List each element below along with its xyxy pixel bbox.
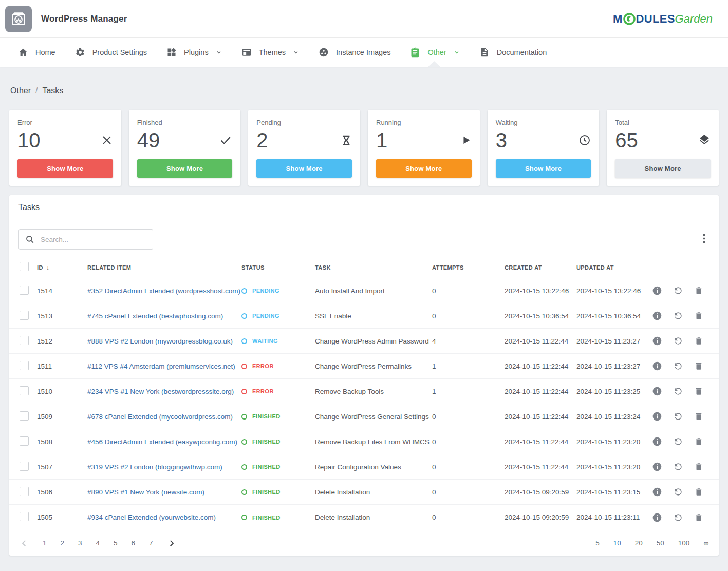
related-item-link[interactable]: #888 VPS #2 London (mywordpressblog.co.u… xyxy=(87,337,233,345)
error-count: 10 xyxy=(17,130,41,150)
retry-icon[interactable] xyxy=(673,462,683,472)
column-header-status[interactable]: STATUS xyxy=(241,264,315,271)
table-toolbar xyxy=(9,220,719,257)
info-icon[interactable] xyxy=(652,487,662,497)
info-icon[interactable] xyxy=(652,386,662,396)
select-all-checkbox[interactable] xyxy=(20,262,29,271)
row-checkbox[interactable] xyxy=(20,361,29,370)
page-number[interactable]: 2 xyxy=(61,539,65,547)
nav-item-product-settings[interactable]: Product Settings xyxy=(65,38,157,67)
page-number[interactable]: 4 xyxy=(96,539,100,547)
retry-icon[interactable] xyxy=(673,411,683,422)
related-item-link[interactable]: #745 cPanel Extended (bestwphosting.com) xyxy=(87,312,223,320)
row-checkbox[interactable] xyxy=(20,436,29,446)
show-more-total-button[interactable]: Show More xyxy=(615,159,711,178)
delete-icon[interactable] xyxy=(694,462,703,472)
nav-item-themes[interactable]: Themes xyxy=(232,38,309,67)
info-icon[interactable] xyxy=(652,286,662,296)
info-icon[interactable] xyxy=(652,512,662,523)
row-checkbox[interactable] xyxy=(20,336,29,345)
row-checkbox[interactable] xyxy=(20,386,29,395)
delete-icon[interactable] xyxy=(694,286,703,296)
show-more-running-button[interactable]: Show More xyxy=(376,159,472,178)
column-header-related-item[interactable]: RELATED ITEM xyxy=(87,264,241,271)
page-size-option[interactable]: 100 xyxy=(678,539,690,547)
page-size-option[interactable]: 10 xyxy=(613,539,621,547)
info-icon[interactable] xyxy=(652,361,662,371)
nav-item-documentation[interactable]: Documentation xyxy=(470,38,557,67)
document-icon xyxy=(479,47,490,58)
column-header-updated-at[interactable]: UPDATED AT xyxy=(576,264,652,271)
info-icon[interactable] xyxy=(652,311,662,321)
retry-icon[interactable] xyxy=(673,336,683,346)
page-number[interactable]: 3 xyxy=(78,539,82,547)
page-size-option[interactable]: ∞ xyxy=(703,539,708,547)
close-icon xyxy=(101,134,113,146)
table-options-menu-icon[interactable] xyxy=(699,232,710,248)
delete-icon[interactable] xyxy=(694,436,703,447)
related-item-link[interactable]: #319 VPS #2 London (bloggingwithwp.com) xyxy=(87,463,222,471)
show-more-pending-button[interactable]: Show More xyxy=(256,159,352,178)
retry-icon[interactable] xyxy=(673,512,683,523)
previous-page-icon[interactable] xyxy=(20,539,29,548)
updated-at: 2024-10-15 11:23:27 xyxy=(576,337,652,345)
task-id: 1511 xyxy=(37,363,87,370)
nav-item-instance-images[interactable]: Instance Images xyxy=(309,38,400,67)
info-icon[interactable] xyxy=(652,336,662,346)
info-icon[interactable] xyxy=(652,462,662,472)
column-header-attempts[interactable]: ATTEMPTS xyxy=(432,264,505,271)
brand-modules-m: M xyxy=(613,12,623,26)
page-size-option[interactable]: 50 xyxy=(657,539,664,547)
row-checkbox[interactable] xyxy=(20,311,29,320)
related-item-link[interactable]: #456 DirectAdmin Extended (easywpconfig.… xyxy=(87,438,237,446)
delete-icon[interactable] xyxy=(694,361,703,371)
row-checkbox[interactable] xyxy=(20,411,29,421)
row-checkbox[interactable] xyxy=(20,487,29,496)
page-number[interactable]: 5 xyxy=(114,539,118,547)
delete-icon[interactable] xyxy=(694,411,703,422)
show-more-finished-button[interactable]: Show More xyxy=(137,159,233,178)
retry-icon[interactable] xyxy=(673,487,683,497)
related-item-link[interactable]: #352 DirectAdmin Extended (wordpresshost… xyxy=(87,287,240,295)
retry-icon[interactable] xyxy=(673,386,683,396)
next-page-icon[interactable] xyxy=(167,539,176,548)
delete-icon[interactable] xyxy=(694,487,703,497)
retry-icon[interactable] xyxy=(673,311,683,321)
row-checkbox[interactable] xyxy=(20,512,29,521)
status-ring-icon xyxy=(241,414,247,420)
info-icon[interactable] xyxy=(652,436,662,447)
page-size-option[interactable]: 20 xyxy=(635,539,643,547)
show-more-error-button[interactable]: Show More xyxy=(17,159,113,178)
waiting-count: 3 xyxy=(496,130,507,150)
search-input[interactable] xyxy=(18,229,153,250)
delete-icon[interactable] xyxy=(694,512,703,523)
created-at: 2024-10-15 11:22:44 xyxy=(505,463,576,471)
delete-icon[interactable] xyxy=(694,386,703,396)
page-number[interactable]: 1 xyxy=(43,539,47,547)
nav-item-home[interactable]: Home xyxy=(8,38,65,67)
related-item-link[interactable]: #234 VPS #1 New York (bestwordpresssite.… xyxy=(87,388,234,395)
column-header-id[interactable]: ID↓ xyxy=(37,263,87,271)
page-size-option[interactable]: 5 xyxy=(595,539,600,547)
related-item-link[interactable]: #890 VPS #1 New York (newsite.com) xyxy=(87,488,204,496)
show-more-waiting-button[interactable]: Show More xyxy=(496,159,591,178)
retry-icon[interactable] xyxy=(673,286,683,296)
related-item-link[interactable]: #112 VPS #4 Amsterdam (premiumservices.n… xyxy=(87,363,235,370)
retry-icon[interactable] xyxy=(673,361,683,371)
row-checkbox[interactable] xyxy=(20,462,29,471)
nav-item-plugins[interactable]: Plugins xyxy=(157,38,232,67)
delete-icon[interactable] xyxy=(694,336,703,346)
info-icon[interactable] xyxy=(652,411,662,422)
column-header-task[interactable]: TASK xyxy=(315,264,432,271)
column-header-created-at[interactable]: CREATED AT xyxy=(505,264,576,271)
search-icon xyxy=(25,235,34,244)
page-number[interactable]: 7 xyxy=(149,539,153,547)
related-item-link[interactable]: #934 cPanel Extended (yourwebsite.com) xyxy=(87,513,216,521)
row-actions xyxy=(652,487,719,497)
nav-item-other[interactable]: Other xyxy=(400,38,469,67)
page-number[interactable]: 6 xyxy=(132,539,136,547)
retry-icon[interactable] xyxy=(673,436,683,447)
delete-icon[interactable] xyxy=(694,311,703,321)
row-checkbox[interactable] xyxy=(20,286,29,295)
related-item-link[interactable]: #678 cPanel Extended (mycoolwordpress.co… xyxy=(87,413,233,421)
